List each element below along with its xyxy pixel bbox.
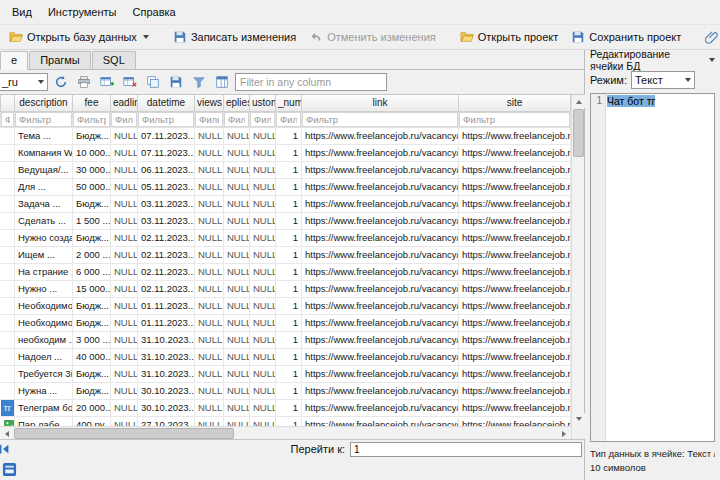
- grid-cell[interactable]: https://www.freelancejob.ru/vacancy/: [302, 144, 459, 161]
- grid-cell[interactable]: 30.10.2023...: [138, 382, 195, 399]
- grid-cell[interactable]: https://www.freelancejob.ru: [459, 263, 571, 280]
- grid-cell[interactable]: NULL: [195, 178, 224, 195]
- grid-cell[interactable]: 15 000...: [73, 280, 111, 297]
- grid-cell[interactable]: 1: [276, 127, 302, 144]
- grid-cell[interactable]: Необходимо ...: [15, 297, 73, 314]
- grid-cell[interactable]: [1, 365, 15, 382]
- save-record-button[interactable]: [166, 73, 186, 92]
- grid-cell[interactable]: NULL: [111, 229, 138, 246]
- grid-cell[interactable]: NULL: [224, 280, 250, 297]
- grid-cell[interactable]: [1, 161, 15, 178]
- grid-cell[interactable]: 40 000...: [73, 348, 111, 365]
- grid-cell[interactable]: NULL: [250, 399, 276, 416]
- grid-cell[interactable]: NULL: [111, 195, 138, 212]
- grid-cell[interactable]: 1: [276, 382, 302, 399]
- grid-cell[interactable]: https://www.freelancejob.ru/vacancy/: [302, 246, 459, 263]
- grid-cell[interactable]: NULL: [195, 280, 224, 297]
- column-filter-input[interactable]: [1, 112, 14, 127]
- grid-cell[interactable]: [1, 348, 15, 365]
- grid-cell[interactable]: Бюдж...: [73, 195, 111, 212]
- grid-cell[interactable]: NULL: [224, 195, 250, 212]
- grid-cell[interactable]: https://www.freelancejob.ru: [459, 280, 571, 297]
- grid-cell[interactable]: NULL: [250, 365, 276, 382]
- grid-cell[interactable]: Необходимо ...: [15, 314, 73, 331]
- column-header[interactable]: eadlin: [111, 95, 138, 111]
- grid-cell[interactable]: 10 000...: [73, 144, 111, 161]
- grid-cell[interactable]: NULL: [224, 161, 250, 178]
- grid-cell[interactable]: 50 000...: [73, 178, 111, 195]
- grid-cell[interactable]: NULL: [250, 416, 276, 426]
- open-project-button[interactable]: Открыть проект: [454, 27, 565, 47]
- grid-cell[interactable]: NULL: [250, 314, 276, 331]
- grid-cell[interactable]: Требуется 3i...: [15, 365, 73, 382]
- horizontal-scrollbar[interactable]: [0, 426, 571, 439]
- grid-cell[interactable]: Сделать ...: [15, 212, 73, 229]
- grid-cell[interactable]: NULL: [195, 314, 224, 331]
- grid-cell[interactable]: 03.11.2023...: [138, 195, 195, 212]
- grid-cell[interactable]: Нужно созда...: [15, 229, 73, 246]
- attach-database-button[interactable]: Прикрепить БД: [699, 27, 720, 47]
- grid-cell[interactable]: Для ...: [15, 178, 73, 195]
- grid-cell[interactable]: https://www.freelancejob.ru: [459, 127, 571, 144]
- grid-cell[interactable]: https://www.freelancejob.ru: [459, 229, 571, 246]
- column-header[interactable]: site: [459, 95, 571, 111]
- grid-cell[interactable]: https://www.freelancejob.ru: [459, 144, 571, 161]
- grid-cell[interactable]: 3 000 ...: [73, 331, 111, 348]
- cell-editor[interactable]: 1 Чат бот тг: [590, 93, 715, 442]
- dock-icon[interactable]: [2, 462, 17, 477]
- grid-cell[interactable]: NULL: [224, 229, 250, 246]
- grid-cell[interactable]: NULL: [195, 365, 224, 382]
- scroll-down-button[interactable]: [572, 413, 585, 426]
- grid-cell[interactable]: https://www.freelancejob.ru: [459, 399, 571, 416]
- grid-cell[interactable]: NULL: [250, 161, 276, 178]
- grid-cell[interactable]: NULL: [224, 314, 250, 331]
- grid-cell[interactable]: 02.11.2023...: [138, 229, 195, 246]
- grid-cell[interactable]: NULL: [111, 178, 138, 195]
- grid-cell[interactable]: 01.11.2023...: [138, 297, 195, 314]
- grid-cell[interactable]: Телеграм бо...: [15, 399, 73, 416]
- grid-cell[interactable]: https://www.freelancejob.ru: [459, 161, 571, 178]
- chevron-down-icon[interactable]: [709, 58, 715, 62]
- grid-cell[interactable]: NULL: [250, 382, 276, 399]
- grid-cell[interactable]: NULL: [195, 416, 224, 426]
- grid-cell[interactable]: https://www.freelancejob.ru/vacancy/: [302, 365, 459, 382]
- grid-cell[interactable]: [1, 314, 15, 331]
- grid-cell[interactable]: 1: [276, 365, 302, 382]
- grid-cell[interactable]: NULL: [111, 382, 138, 399]
- grid-cell[interactable]: NULL: [224, 263, 250, 280]
- grid-cell[interactable]: https://www.freelancejob.ru/vacancy/: [302, 399, 459, 416]
- grid-cell[interactable]: Задача ...: [15, 195, 73, 212]
- grid-cell[interactable]: NULL: [195, 297, 224, 314]
- grid-cell[interactable]: NULL: [111, 297, 138, 314]
- grid-cell[interactable]: NULL: [250, 127, 276, 144]
- grid-cell[interactable]: 1: [276, 229, 302, 246]
- vertical-scroll-thumb[interactable]: [573, 109, 584, 157]
- grid-cell[interactable]: https://www.freelancejob.ru: [459, 297, 571, 314]
- grid-cell[interactable]: 31.10.2023...: [138, 365, 195, 382]
- grid-cell[interactable]: https://www.freelancejob.ru/vacancy/: [302, 416, 459, 426]
- grid-cell[interactable]: https://www.freelancejob.ru/vacancy/: [302, 195, 459, 212]
- grid-cell[interactable]: 30 000...: [73, 161, 111, 178]
- global-filter-input[interactable]: [235, 73, 387, 91]
- grid-cell[interactable]: NULL: [224, 348, 250, 365]
- grid-cell[interactable]: 06.11.2023...: [138, 161, 195, 178]
- grid-cell[interactable]: https://www.freelancejob.ru/vacancy/: [302, 314, 459, 331]
- grid-cell[interactable]: 1: [276, 246, 302, 263]
- grid-cell[interactable]: NULL: [250, 331, 276, 348]
- grid-cell[interactable]: NULL: [111, 280, 138, 297]
- grid-cell[interactable]: 03.11.2023...: [138, 212, 195, 229]
- grid-cell[interactable]: 07.11.2023...: [138, 144, 195, 161]
- grid-cell[interactable]: NULL: [250, 246, 276, 263]
- grid-cell[interactable]: 1: [276, 178, 302, 195]
- grid-cell[interactable]: https://www.freelancejob.ru: [459, 314, 571, 331]
- grid-cell[interactable]: NULL: [224, 365, 250, 382]
- grid-cell[interactable]: NULL: [195, 127, 224, 144]
- column-header[interactable]: _num: [276, 95, 302, 111]
- grid-cell[interactable]: https://www.freelancejob.ru/vacancy/: [302, 127, 459, 144]
- grid-cell[interactable]: 1: [276, 195, 302, 212]
- grid-cell[interactable]: https://www.freelancejob.ru: [459, 331, 571, 348]
- grid-cell[interactable]: NULL: [224, 331, 250, 348]
- grid-cell[interactable]: NULL: [195, 399, 224, 416]
- grid-cell[interactable]: NULL: [111, 416, 138, 426]
- grid-cell[interactable]: NULL: [111, 399, 138, 416]
